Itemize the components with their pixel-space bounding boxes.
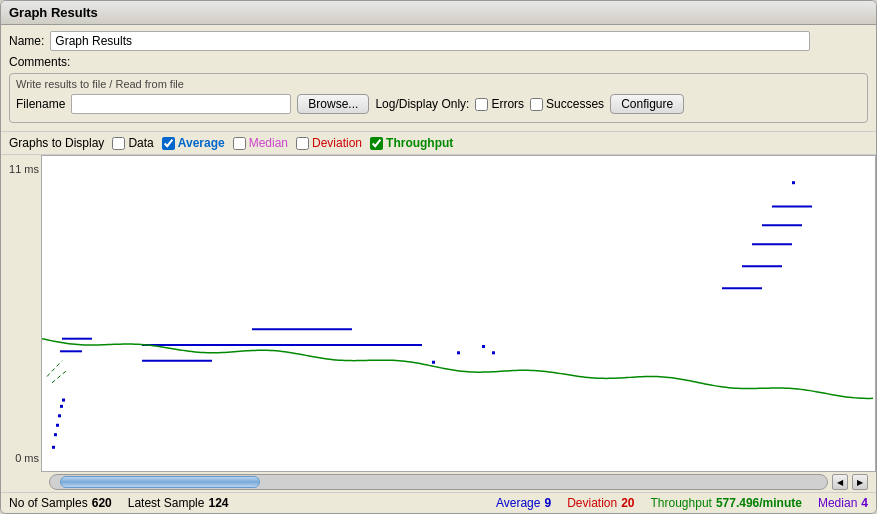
average-checkbox-label[interactable]: Average: [162, 136, 225, 150]
y-label-bottom: 0 ms: [3, 452, 39, 464]
comments-label: Comments:: [9, 55, 70, 69]
errors-label: Errors: [491, 97, 524, 111]
chart-body: 11 ms 0 ms ◀ ▶ No of Samples 620 Latest …: [1, 155, 876, 513]
successes-checkbox[interactable]: [530, 98, 543, 111]
file-group-title: Write results to file / Read from file: [16, 78, 861, 90]
browse-button[interactable]: Browse...: [297, 94, 369, 114]
deviation-checkbox[interactable]: [296, 137, 309, 150]
median-label: Median: [818, 496, 857, 510]
median-checkbox[interactable]: [233, 137, 246, 150]
errors-checkbox[interactable]: [475, 98, 488, 111]
throughput-checkbox-label[interactable]: Throughput: [370, 136, 453, 150]
status-deviation: Deviation 20: [567, 496, 634, 510]
log-display-label: Log/Display Only:: [375, 97, 469, 111]
throughput-label: Throughput: [651, 496, 712, 510]
graphs-to-display-label: Graphs to Display: [9, 136, 104, 150]
filename-input[interactable]: [71, 94, 291, 114]
chart-wrapper: [41, 155, 876, 472]
graphs-display-row: Graphs to Display Data Average Median De…: [1, 132, 876, 155]
status-average: Average 9: [496, 496, 551, 510]
filename-row: Filename Browse... Log/Display Only: Err…: [16, 94, 861, 114]
title-bar: Graph Results: [1, 1, 876, 25]
scroll-right-button[interactable]: ▶: [852, 474, 868, 490]
comments-row: Comments:: [9, 55, 868, 69]
form-area: Name: Comments: Write results to file / …: [1, 25, 876, 132]
data-checkbox-label[interactable]: Data: [112, 136, 153, 150]
name-label: Name:: [9, 34, 44, 48]
status-no-samples: No of Samples 620: [9, 496, 112, 510]
scrollbar-thumb[interactable]: [60, 476, 260, 488]
successes-label: Successes: [546, 97, 604, 111]
no-samples-value: 620: [92, 496, 112, 510]
successes-checkbox-label[interactable]: Successes: [530, 97, 604, 111]
average-label: Average: [496, 496, 540, 510]
status-throughput: Throughput 577.496/minute: [651, 496, 802, 510]
y-axis: 11 ms 0 ms: [1, 155, 41, 472]
file-group: Write results to file / Read from file F…: [9, 73, 868, 123]
configure-button[interactable]: Configure: [610, 94, 684, 114]
deviation-label: Deviation: [567, 496, 617, 510]
y-label-top: 11 ms: [3, 163, 39, 175]
deviation-checkbox-label[interactable]: Deviation: [296, 136, 362, 150]
median-checkbox-label[interactable]: Median: [233, 136, 288, 150]
no-samples-label: No of Samples: [9, 496, 88, 510]
status-bar: No of Samples 620 Latest Sample 124 Aver…: [1, 492, 876, 513]
filename-label: Filename: [16, 97, 65, 111]
name-row: Name:: [9, 31, 868, 51]
chart-canvas: [42, 156, 875, 471]
scrollbar-track[interactable]: [49, 474, 828, 490]
average-value: 9: [544, 496, 551, 510]
graph-container: 11 ms 0 ms: [1, 155, 876, 472]
latest-sample-value: 124: [208, 496, 228, 510]
scrollbar-row: ◀ ▶: [1, 472, 876, 492]
average-checkbox[interactable]: [162, 137, 175, 150]
throughput-checkbox[interactable]: [370, 137, 383, 150]
throughput-label: Throughput: [386, 136, 453, 150]
deviation-label: Deviation: [312, 136, 362, 150]
status-latest-sample: Latest Sample 124: [128, 496, 229, 510]
median-label: Median: [249, 136, 288, 150]
name-input[interactable]: [50, 31, 810, 51]
data-label: Data: [128, 136, 153, 150]
latest-sample-label: Latest Sample: [128, 496, 205, 510]
data-checkbox[interactable]: [112, 137, 125, 150]
status-median: Median 4: [818, 496, 868, 510]
median-value: 4: [861, 496, 868, 510]
main-window: Graph Results Name: Comments: Write resu…: [0, 0, 877, 514]
deviation-value: 20: [621, 496, 634, 510]
scroll-left-button[interactable]: ◀: [832, 474, 848, 490]
average-label: Average: [178, 136, 225, 150]
window-title: Graph Results: [9, 5, 98, 20]
throughput-value: 577.496/minute: [716, 496, 802, 510]
errors-checkbox-label[interactable]: Errors: [475, 97, 524, 111]
